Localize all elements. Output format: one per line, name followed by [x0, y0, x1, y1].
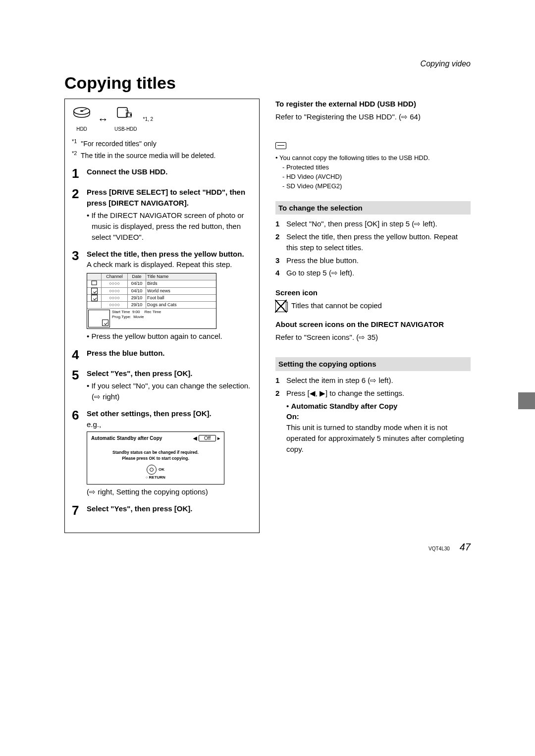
note-icon: [275, 142, 286, 149]
usb-hdd-label: USB-HDD: [114, 126, 137, 133]
step-2: 2 Press [DRIVE SELECT] to select "HDD", …: [72, 187, 252, 243]
thumbnail-preview: [88, 310, 110, 327]
svg-rect-4: [130, 114, 132, 116]
page: Copying video Copying titles HDD ↔: [0, 0, 535, 573]
note-list: You cannot copy the following titles to …: [275, 154, 471, 191]
table-row: ○○○○ 04/10 World news: [87, 287, 216, 294]
table-row: ○○○○ 29/10 Dogs and Cats: [87, 301, 216, 308]
register-heading: To register the external HDD (USB HDD): [275, 99, 471, 109]
step-1: 1 Connect the USB HDD.: [72, 166, 252, 181]
check-icon: [91, 295, 98, 301]
step-5: 5 Select "Yes", then press [OK]. If you …: [72, 368, 252, 402]
step-4: 4 Press the blue button.: [72, 348, 252, 362]
hdd-label: HDD: [72, 126, 92, 133]
auto-standby-block: Automatic Standby after Copy On: This un…: [275, 401, 471, 455]
check-icon: [91, 288, 98, 294]
footnote-1: *1 "For recorded titles" only: [72, 138, 252, 149]
usb-hdd-icon: USB-HDD: [114, 106, 137, 133]
table-row: ○○○○ 29/10 Foot ball: [87, 294, 216, 301]
step-7: 7 Select "Yes", then press [OK].: [72, 503, 252, 518]
dpad-icon: [147, 465, 157, 475]
check-icon: [102, 320, 108, 326]
cannot-copy-icon: [275, 300, 286, 312]
title-list-table: Channel Date Title Name ○○○○ 04/10 Birds: [87, 273, 216, 329]
double-arrow-icon: ↔: [98, 111, 108, 127]
svg-line-2: [82, 109, 87, 111]
step-6: 6 Set other settings, then press [OK]. e…: [72, 408, 252, 497]
hdd-icon: HDD: [72, 106, 92, 133]
page-footer: VQT4L30 47: [428, 541, 471, 553]
step-3: 3 Select the title, then press the yello…: [72, 249, 252, 342]
about-icons-heading: About screen icons on the DIRECT NAVIGAT…: [275, 319, 471, 330]
footnote-marks: *1, 2: [143, 116, 154, 123]
setting-options-heading: Setting the copying options: [275, 357, 471, 371]
cross-ref: right, Setting the copying options: [87, 486, 252, 497]
standby-dialog: Automatic Standby after Copy ◀ Off ▸ Sta…: [87, 432, 224, 485]
setting-options-list: Select the item in step 6 (⇨ left). Pres…: [275, 375, 471, 399]
screen-icon-heading: Screen icon: [275, 287, 471, 298]
table-row: ○○○○ 04/10 Birds: [87, 280, 216, 287]
breadcrumb: Copying video: [64, 59, 471, 68]
svg-rect-5: [92, 281, 97, 285]
register-body: Refer to "Registering the USB HDD". (⇨ 6…: [275, 111, 471, 122]
section-tab: [518, 392, 535, 409]
change-selection-heading: To change the selection: [275, 201, 471, 215]
page-title: Copying titles: [64, 73, 471, 93]
source-dest-icons: HDD ↔ USB-HDD *1, 2: [72, 106, 252, 133]
footnote-2: *2 The title in the source media will be…: [72, 150, 252, 161]
procedure-box: HDD ↔ USB-HDD *1, 2: [64, 99, 260, 533]
change-selection-list: Select "No", then press [OK] in step 5 (…: [275, 218, 471, 278]
